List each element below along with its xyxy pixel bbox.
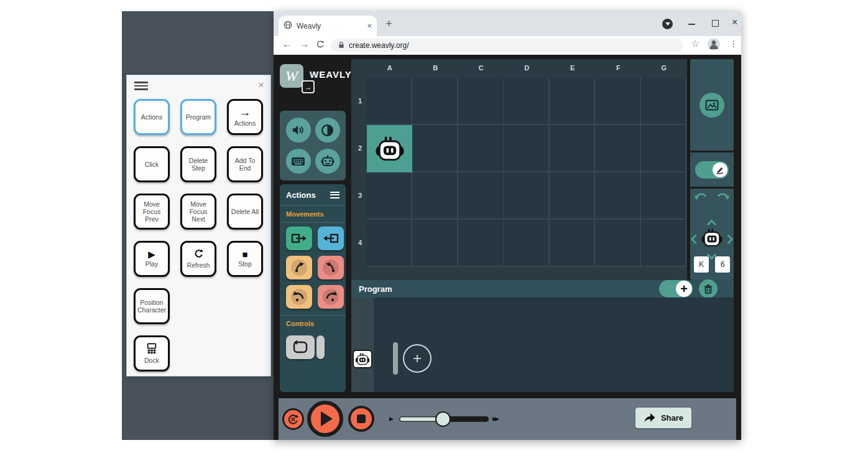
move-left-chevron-icon[interactable] [691, 235, 701, 245]
speed-slider-thumb[interactable] [435, 411, 451, 427]
back-icon[interactable]: ← [282, 39, 292, 49]
program-title: Program [359, 284, 392, 294]
move-right-chevron-icon[interactable] [724, 235, 734, 245]
reload-icon[interactable] [316, 40, 325, 50]
weavly-app: W → WEAVLY [274, 55, 741, 440]
forward-icon[interactable]: → [300, 39, 309, 49]
move-up-chevron-icon[interactable] [707, 220, 717, 230]
position-column-input[interactable]: K [694, 256, 709, 273]
play-program-button[interactable] [307, 401, 343, 437]
speaker-icon [292, 124, 305, 136]
screen: × Actions Program → Actions Click Delete… [0, 0, 868, 458]
keyboard-icon [291, 156, 305, 167]
pencil-icon [713, 162, 727, 177]
window-maximize-button[interactable] [712, 20, 719, 27]
program-start-bar [393, 342, 398, 375]
turn-left-90-block[interactable] [286, 285, 312, 309]
grid-column-label: G [658, 64, 670, 72]
stop-program-button[interactable] [348, 406, 374, 432]
speed-fast-icon: ▶▶ [492, 416, 497, 422]
move-backward-block[interactable] [318, 227, 344, 250]
brand-name: WEAVLY [310, 69, 352, 80]
character-select-button[interactable] [315, 149, 340, 174]
lock-icon [338, 40, 344, 51]
position-character-button[interactable]: Position Character [134, 288, 170, 324]
close-icon[interactable]: × [258, 79, 264, 91]
refresh-scene-icon [287, 413, 299, 425]
contrast-icon [321, 124, 334, 137]
program-tab-button[interactable]: Program [180, 99, 216, 135]
click-button[interactable]: Click [134, 146, 170, 182]
backward-icon [322, 232, 339, 245]
grid-column-label: A [384, 64, 396, 72]
hamburger-menu-icon[interactable] [134, 82, 148, 90]
goto-actions-button[interactable]: → Actions [227, 99, 263, 135]
share-button[interactable]: Share [635, 408, 691, 428]
actions-tab-button[interactable]: Actions [134, 99, 170, 135]
browser-menu-icon[interactable]: ⋮ [729, 39, 738, 49]
image-icon [705, 99, 719, 111]
actions-panel-title: Actions [286, 190, 316, 200]
refresh-button[interactable]: Refresh [180, 241, 216, 277]
background-select-button[interactable] [699, 93, 724, 118]
play-icon [321, 411, 333, 426]
refresh-scene-button[interactable] [282, 408, 304, 430]
delete-all-button[interactable]: Delete All [227, 194, 263, 230]
character-cell-a2[interactable] [367, 125, 412, 172]
window-close-button[interactable]: × [732, 17, 737, 28]
grid-row-label: 3 [355, 192, 365, 199]
audio-feedback-button[interactable] [286, 118, 311, 143]
program-character-button[interactable] [353, 350, 372, 368]
browser-toolbar: ← → create.weavly.org/ ☆ ⋮ [274, 36, 741, 55]
control-blocks [286, 332, 339, 359]
stop-button[interactable]: ■ Stop [227, 241, 263, 277]
draw-path-toggle[interactable] [695, 161, 729, 179]
refresh-icon [193, 248, 204, 260]
delete-program-button[interactable] [699, 279, 718, 298]
turn-right-45-block[interactable] [318, 256, 344, 279]
new-tab-button[interactable]: + [386, 17, 392, 30]
browser-update-icon[interactable] [662, 19, 673, 29]
move-forward-block[interactable] [286, 227, 312, 250]
add-node-toggle[interactable]: + [659, 280, 693, 297]
loop-end-block[interactable] [316, 335, 325, 359]
tab-close-icon[interactable]: × [367, 21, 372, 30]
grid-cells[interactable] [367, 78, 687, 267]
grid-column-label: E [566, 64, 579, 72]
dock-button[interactable]: Dock [134, 335, 170, 372]
loop-icon [292, 340, 308, 355]
share-arrow-icon [644, 413, 656, 423]
add-step-button[interactable]: + [403, 344, 432, 373]
url-bar[interactable]: create.weavly.org/ [331, 39, 683, 52]
profile-avatar[interactable] [708, 38, 720, 50]
robot-character-icon [701, 228, 723, 250]
logo-arrow-badge: → [302, 80, 315, 93]
move-focus-next-button[interactable]: Move Focus Next [180, 194, 216, 230]
forward-icon [290, 232, 308, 245]
keyboard-shortcuts-button[interactable] [286, 149, 311, 174]
plus-icon: + [676, 281, 692, 297]
play-icon: ▶ [148, 250, 155, 259]
grid-row-label: 1 [355, 97, 365, 105]
move-focus-prev-button[interactable]: Move Focus Prev [134, 194, 170, 230]
program-character-column [351, 297, 374, 392]
window-minimize-button[interactable] [688, 24, 695, 25]
delete-step-button[interactable]: Delete Step [180, 146, 216, 182]
add-to-end-button[interactable]: Add To End [227, 146, 263, 182]
browser-tab[interactable]: Weavly × [279, 16, 377, 36]
undo-icon[interactable] [694, 192, 708, 203]
movements-section-label: Movements [286, 206, 339, 222]
tab-title: Weavly [297, 22, 367, 30]
actions-panel-menu-icon[interactable] [330, 190, 339, 200]
turn-right-90-block[interactable] [318, 285, 344, 309]
playback-bar: ▶ ▶▶ Share [279, 398, 736, 440]
bookmark-star-icon[interactable]: ☆ [691, 39, 699, 49]
grid-column-label: F [612, 64, 624, 72]
position-row-input[interactable]: 6 [715, 256, 730, 273]
play-button[interactable]: ▶ Play [134, 241, 170, 277]
theme-contrast-button[interactable] [315, 118, 340, 143]
arrow-right-icon: → [239, 106, 251, 118]
redo-icon[interactable] [716, 192, 730, 203]
turn-left-45-block[interactable] [286, 256, 312, 279]
loop-block[interactable] [286, 335, 315, 359]
